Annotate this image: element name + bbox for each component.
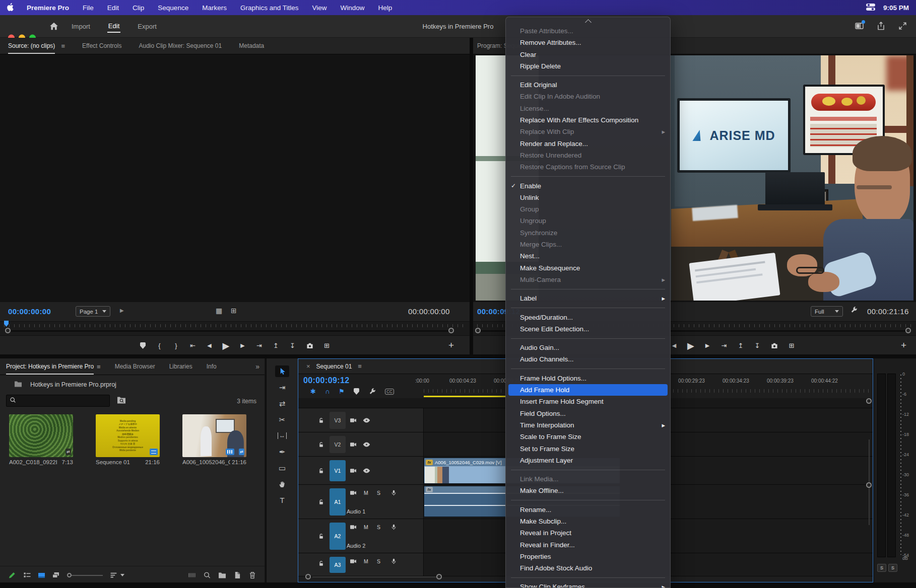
zoom-level-select[interactable]: Full (811, 306, 843, 317)
share-icon[interactable] (877, 22, 885, 32)
voiceover-record-icon[interactable] (391, 490, 397, 496)
menubar-item-window[interactable]: Window (341, 4, 365, 12)
go-to-in-button[interactable]: ⇤ (189, 342, 197, 349)
home-icon[interactable] (49, 22, 58, 32)
add-marker-button[interactable] (140, 342, 147, 349)
source-patch-icon[interactable] (350, 417, 357, 423)
page-select[interactable]: Page 1 (76, 306, 110, 317)
track-target-a1[interactable]: A1 (330, 488, 346, 516)
menu-item-make-offline[interactable]: Make Offline... (506, 485, 670, 496)
lift-button[interactable]: ↥ (273, 342, 280, 349)
row-divider[interactable] (0, 354, 916, 358)
mark-in-button[interactable]: { (156, 342, 163, 349)
play-button[interactable]: ▶ (687, 340, 694, 351)
menu-item-set-to-frame-size[interactable]: Set to Frame Size (506, 443, 670, 455)
menu-item-enable[interactable]: ✓Enable (506, 180, 670, 192)
lock-icon[interactable] (318, 467, 324, 474)
program-zoom-handle-right[interactable] (905, 328, 911, 333)
selection-tool[interactable] (275, 365, 289, 377)
panel-divider[interactable] (470, 38, 473, 354)
ripple-edit-tool[interactable]: ⇄ (275, 398, 289, 409)
menu-item-ripple-delete[interactable]: Ripple Delete (506, 60, 670, 72)
menubar-item-edit[interactable]: Edit (107, 4, 119, 12)
source-monitor-viewer[interactable] (0, 54, 470, 302)
control-center-icon[interactable] (866, 4, 875, 12)
lock-icon[interactable] (318, 533, 324, 539)
lock-icon[interactable] (318, 417, 324, 423)
step-back-button[interactable]: ◀ (206, 342, 213, 349)
panel-menu-icon[interactable]: ≡ (358, 362, 362, 370)
track-target-a2[interactable]: A2 (330, 523, 346, 550)
panel-menu-icon[interactable]: ≡ (97, 363, 101, 371)
menu-item-insert-frame-hold-segment[interactable]: Insert Frame Hold Segment (506, 396, 670, 407)
tab-overflow-icon[interactable]: » (255, 362, 259, 371)
lock-icon[interactable] (318, 498, 324, 505)
mark-out-button[interactable]: } (173, 342, 180, 349)
go-to-out-button[interactable]: ⇥ (256, 342, 263, 349)
tab-audio-clip-mixer-sequence-01[interactable]: Audio Clip Mixer: Sequence 01 (139, 42, 222, 49)
menu-item-make-subsequence[interactable]: Make Subsequence (506, 262, 670, 274)
export-settings-icon[interactable]: ⊞ (231, 307, 237, 315)
menu-item-edit-original[interactable]: Edit Original (506, 79, 670, 91)
extract-button[interactable]: ↧ (754, 342, 761, 349)
search-input[interactable] (6, 395, 110, 407)
menu-item-scene-edit-detection[interactable]: Scene Edit Detection... (506, 323, 670, 335)
track-target-v3[interactable]: V3 (330, 412, 346, 429)
toggle-track-output-icon[interactable] (363, 442, 370, 447)
tab-libraries[interactable]: Libraries (169, 363, 192, 370)
tab-import[interactable]: Import (71, 21, 91, 32)
toggle-track-output-icon[interactable] (363, 468, 370, 473)
breadcrumb[interactable]: Hotkeys in Premiere Pro.prproj (14, 381, 116, 389)
step-forward-button[interactable]: ▶ (704, 342, 711, 349)
search-bins-icon[interactable] (117, 396, 126, 405)
sort-button[interactable] (110, 571, 124, 579)
program-settings-icon[interactable] (850, 306, 858, 315)
export-frame-button[interactable] (770, 342, 778, 349)
menu-item-render-and-replace[interactable]: Render and Replace... (506, 138, 670, 150)
delete-button[interactable] (248, 571, 256, 579)
source-patch-icon[interactable] (350, 525, 357, 530)
hand-tool[interactable] (275, 478, 289, 490)
menu-item-nest[interactable]: Nest... (506, 250, 670, 262)
menubar-item-sequence[interactable]: Sequence (158, 4, 188, 12)
menu-item-audio-gain[interactable]: Audio Gain... (506, 342, 670, 353)
source-timecode[interactable]: 00:00:00:00 (8, 307, 51, 316)
apple-icon[interactable] (7, 3, 15, 13)
menu-item-remove-attributes[interactable]: Remove Attributes... (506, 37, 670, 48)
menu-item-reveal-in-finder[interactable]: Reveal in Finder... (506, 539, 670, 551)
menu-item-replace-with-after-effects-composition[interactable]: Replace With After Effects Composition (506, 114, 670, 126)
freeform-view-button[interactable] (52, 571, 60, 579)
panel-menu-icon[interactable]: ≡ (61, 42, 65, 50)
type-tool[interactable]: T (275, 494, 289, 506)
extract-button[interactable]: ↧ (289, 342, 296, 349)
pen-tool[interactable]: ✒ (275, 446, 289, 458)
program-add-button[interactable]: + (901, 340, 906, 351)
vscroll-handle-bottom[interactable] (866, 482, 872, 488)
tab-info[interactable]: Info (207, 363, 217, 370)
menu-item-unlink[interactable]: Unlink (506, 192, 670, 203)
step-back-button[interactable]: ◀ (671, 342, 678, 349)
menu-item-rename[interactable]: Rename... (506, 504, 670, 516)
menu-item-show-clip-keyframes[interactable]: Show Clip Keyframes▶ (506, 581, 670, 588)
mute-button[interactable]: M (364, 490, 368, 496)
menu-item-find-adobe-stock-audio[interactable]: Find Adobe Stock Audio (506, 562, 670, 574)
lock-icon[interactable] (318, 560, 324, 567)
menu-item-speed-duration[interactable]: Speed/Duration... (506, 312, 670, 323)
close-icon[interactable]: × (306, 362, 310, 370)
rectangle-tool[interactable]: ▭ (275, 462, 289, 474)
menu-item-audio-channels[interactable]: Audio Channels... (506, 353, 670, 365)
mute-button[interactable]: M (364, 558, 368, 564)
mute-button[interactable]: M (364, 524, 368, 530)
hscroll-handle-left[interactable] (305, 574, 311, 579)
vscroll-handle-top[interactable] (866, 398, 872, 404)
source-zoom-handle-right[interactable] (448, 328, 454, 333)
tab-export[interactable]: Export (137, 21, 158, 32)
media-thumbnail-a002-c018-0922b[interactable]: ⇄ (9, 414, 73, 457)
menu-item-clear[interactable]: Clear (506, 49, 670, 60)
new-item-button[interactable] (233, 571, 241, 579)
find-button[interactable] (203, 571, 211, 579)
export-frame-button[interactable] (306, 342, 314, 349)
automate-to-sequence-button[interactable] (188, 571, 196, 579)
menubar-item-clip[interactable]: Clip (133, 4, 144, 12)
menubar-clock[interactable]: 9:05 PM (883, 4, 909, 12)
